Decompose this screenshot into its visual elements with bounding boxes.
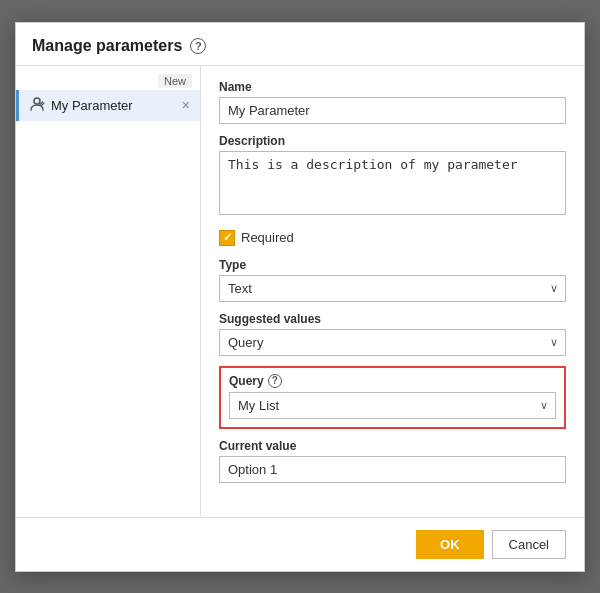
current-value-input[interactable] <box>219 456 566 483</box>
check-icon: ✓ <box>223 231 232 244</box>
description-label: Description <box>219 134 566 148</box>
parameter-name: My Parameter <box>51 98 176 113</box>
description-field-group: Description <box>219 134 566 218</box>
suggested-values-field-group: Suggested values Query ∨ <box>219 312 566 356</box>
name-field-group: Name <box>219 80 566 124</box>
parameter-icon <box>29 96 45 115</box>
parameter-close-icon[interactable]: × <box>182 98 190 112</box>
type-select[interactable]: Text <box>219 275 566 302</box>
description-textarea[interactable] <box>219 151 566 215</box>
cancel-button[interactable]: Cancel <box>492 530 566 559</box>
query-label-row: Query ? <box>229 374 556 388</box>
type-select-wrapper: Text ∨ <box>219 275 566 302</box>
suggested-values-select[interactable]: Query <box>219 329 566 356</box>
parameter-item[interactable]: My Parameter × <box>16 90 200 121</box>
current-value-field-group: Current value <box>219 439 566 483</box>
type-label: Type <box>219 258 566 272</box>
dialog-footer: OK Cancel <box>16 517 584 571</box>
current-value-label: Current value <box>219 439 566 453</box>
left-panel: New My Parameter × <box>16 66 201 517</box>
ok-button[interactable]: OK <box>416 530 484 559</box>
dialog-header: Manage parameters ? <box>16 23 584 66</box>
required-checkbox[interactable]: ✓ <box>219 230 235 246</box>
query-field-group: Query ? My List ∨ <box>219 366 566 429</box>
name-input[interactable] <box>219 97 566 124</box>
name-label: Name <box>219 80 566 94</box>
required-row: ✓ Required <box>219 230 566 246</box>
query-select-wrapper: My List ∨ <box>229 392 556 419</box>
type-field-group: Type Text ∨ <box>219 258 566 302</box>
right-panel: Name Description ✓ Required Type <box>201 66 584 517</box>
query-info-icon[interactable]: ? <box>268 374 282 388</box>
suggested-values-label: Suggested values <box>219 312 566 326</box>
new-badge: New <box>158 74 192 88</box>
query-select[interactable]: My List <box>229 392 556 419</box>
required-label: Required <box>241 230 294 245</box>
query-label: Query <box>229 374 264 388</box>
new-badge-row: New <box>16 74 200 90</box>
dialog-title: Manage parameters <box>32 37 182 55</box>
svg-point-0 <box>34 98 40 104</box>
dialog-body: New My Parameter × Name <box>16 66 584 517</box>
manage-parameters-dialog: Manage parameters ? New My Parameter × <box>15 22 585 572</box>
suggested-values-select-wrapper: Query ∨ <box>219 329 566 356</box>
dialog-help-icon[interactable]: ? <box>190 38 206 54</box>
